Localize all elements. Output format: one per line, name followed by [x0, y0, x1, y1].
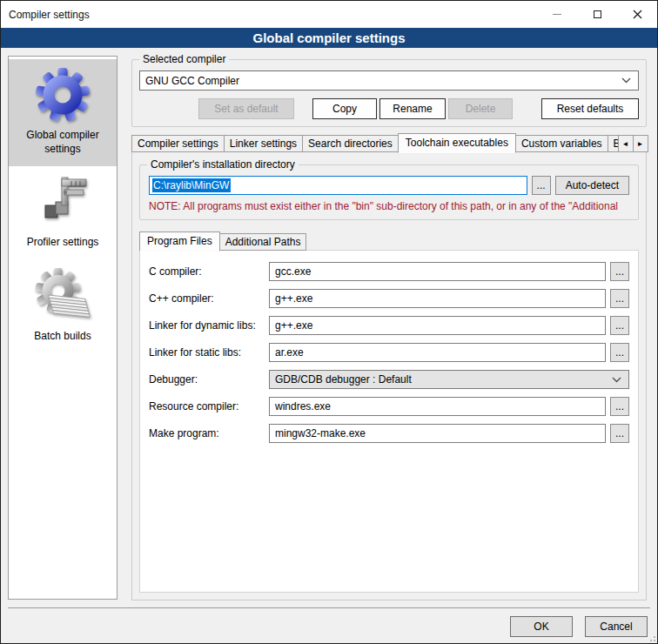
tab-linker-settings[interactable]: Linker settings — [224, 135, 303, 152]
tab-label: Additional Paths — [225, 236, 301, 248]
sidebar-item-label: Batch builds — [12, 330, 113, 344]
dynamic-linker-row: Linker for dynamic libs: g++.exe ... — [149, 316, 629, 335]
compiler-select[interactable]: GNU GCC Compiler — [139, 70, 639, 91]
auto-detect-button[interactable]: Auto-detect — [555, 176, 629, 195]
ellipsis-icon: ... — [615, 402, 624, 411]
delete-button[interactable]: Delete — [448, 98, 513, 119]
window-title: Compiler settings — [1, 9, 90, 21]
compiler-select-value: GNU GCC Compiler — [145, 75, 239, 87]
tab-toolchain-executables[interactable]: Toolchain executables — [398, 133, 516, 153]
tab-scroll-controls: ◄ ► — [619, 135, 648, 152]
c-compiler-row: C compiler: gcc.exe ... — [149, 262, 629, 281]
tab-program-files[interactable]: Program Files — [139, 231, 220, 252]
toolchain-executables-page: Compiler's installation directory C:\ray… — [131, 151, 647, 600]
static-linker-browse-button[interactable]: ... — [610, 343, 629, 362]
installation-directory-input[interactable]: C:\raylib\MinGW — [149, 176, 527, 195]
input-value: g++.exe — [275, 319, 312, 332]
ellipsis-icon: ... — [615, 429, 624, 438]
tab-scroll-left-button[interactable]: ◄ — [618, 135, 634, 152]
resource-compiler-browse-button[interactable]: ... — [610, 397, 629, 416]
settings-category-list: Global compiler settings Profiler settin… — [8, 56, 118, 600]
input-value: mingw32-make.exe — [275, 427, 366, 439]
button-label: Cancel — [600, 621, 632, 633]
selected-compiler-group: Selected compiler GNU GCC Compiler Set a… — [131, 59, 647, 127]
installation-directory-group: Compiler's installation directory C:\ray… — [139, 164, 639, 220]
installation-directory-row: C:\raylib\MinGW ... Auto-detect — [149, 176, 629, 195]
input-value: ar.exe — [275, 346, 304, 359]
input-value: g++.exe — [275, 292, 312, 305]
resource-compiler-label: Resource compiler: — [149, 400, 269, 413]
minimize-icon — [553, 14, 561, 15]
chevron-down-icon — [612, 377, 621, 383]
chevron-down-icon — [621, 77, 631, 84]
dynamic-linker-browse-button[interactable]: ... — [610, 316, 629, 335]
static-linker-input[interactable]: ar.exe — [269, 343, 606, 362]
debugger-select[interactable]: GDB/CDB debugger : Default — [269, 370, 629, 389]
cpp-compiler-label: C++ compiler: — [149, 292, 269, 305]
cpp-compiler-browse-button[interactable]: ... — [610, 289, 629, 308]
caliper-icon — [35, 174, 91, 230]
c-compiler-input[interactable]: gcc.exe — [269, 262, 606, 281]
sidebar-item-global-compiler-settings[interactable]: Global compiler settings — [9, 59, 117, 166]
ellipsis-icon: ... — [615, 267, 624, 276]
dynamic-linker-input[interactable]: g++.exe — [269, 316, 606, 335]
gray-gear-stack-icon — [35, 268, 91, 324]
make-program-label: Make program: — [149, 427, 269, 439]
input-value: gcc.exe — [275, 265, 311, 278]
tab-label: Toolchain executables — [406, 137, 508, 149]
cancel-button[interactable]: Cancel — [585, 616, 648, 637]
input-value: windres.exe — [275, 400, 331, 413]
copy-button[interactable]: Copy — [312, 98, 377, 119]
program-files-page: C compiler: gcc.exe ... C++ compiler: g+… — [139, 250, 639, 593]
resource-compiler-input[interactable]: windres.exe — [269, 397, 606, 416]
ok-button[interactable]: OK — [510, 616, 573, 637]
installation-directory-browse-button[interactable]: ... — [532, 176, 551, 195]
settings-tabstrip: Compiler settings Linker settings Search… — [131, 132, 647, 152]
select-value: GDB/CDB debugger : Default — [275, 373, 412, 386]
titlebar[interactable]: Compiler settings — [1, 1, 657, 28]
maximize-button[interactable] — [577, 1, 617, 28]
debugger-label: Debugger: — [149, 373, 269, 386]
sidebar-item-batch-builds[interactable]: Batch builds — [9, 260, 117, 354]
button-label: Copy — [332, 103, 357, 115]
tab-additional-paths[interactable]: Additional Paths — [219, 233, 307, 251]
compiler-actions: Set as default Copy Rename Delete Reset … — [139, 98, 639, 119]
rename-button[interactable]: Rename — [379, 98, 446, 119]
make-program-browse-button[interactable]: ... — [610, 424, 629, 443]
dialog-header-title: Global compiler settings — [252, 30, 405, 45]
installation-directory-group-label: Compiler's installation directory — [147, 158, 299, 171]
tab-scroll-right-button[interactable]: ► — [633, 135, 648, 152]
footer-divider — [8, 607, 650, 608]
button-label: Set as default — [214, 103, 278, 115]
sidebar-item-profiler-settings[interactable]: Profiler settings — [9, 166, 117, 260]
caption-buttons — [537, 1, 657, 28]
ellipsis-icon: ... — [615, 321, 624, 330]
tab-label: Program Files — [147, 235, 212, 247]
selected-compiler-group-label: Selected compiler — [139, 53, 229, 65]
tab-label: Custom variables — [521, 138, 602, 150]
ellipsis-icon: ... — [537, 181, 546, 190]
close-button[interactable] — [617, 1, 657, 28]
compiler-settings-dialog: Compiler settings Global compiler settin… — [0, 0, 658, 644]
button-label: Reset defaults — [557, 103, 624, 115]
tab-search-directories[interactable]: Search directories — [302, 135, 399, 152]
make-program-input[interactable]: mingw32-make.exe — [269, 424, 606, 443]
bin-subdirectory-note: NOTE: All programs must exist either in … — [149, 200, 629, 212]
static-linker-label: Linker for static libs: — [149, 346, 269, 359]
set-as-default-button[interactable]: Set as default — [198, 98, 294, 119]
tab-label: Search directories — [308, 138, 393, 150]
ellipsis-icon: ... — [615, 348, 624, 357]
button-label: Delete — [466, 103, 496, 115]
tab-custom-variables[interactable]: Custom variables — [515, 135, 608, 152]
maximize-icon — [594, 10, 601, 18]
reset-defaults-button[interactable]: Reset defaults — [541, 98, 639, 119]
c-compiler-browse-button[interactable]: ... — [610, 262, 629, 281]
tab-compiler-settings[interactable]: Compiler settings — [131, 135, 225, 152]
cpp-compiler-input[interactable]: g++.exe — [269, 289, 606, 308]
c-compiler-label: C compiler: — [149, 265, 269, 278]
ellipsis-icon: ... — [615, 294, 624, 303]
static-linker-row: Linker for static libs: ar.exe ... — [149, 343, 629, 362]
resize-grip[interactable] — [647, 633, 655, 641]
minimize-button[interactable] — [537, 1, 577, 28]
dialog-buttons: OK Cancel — [510, 616, 648, 637]
